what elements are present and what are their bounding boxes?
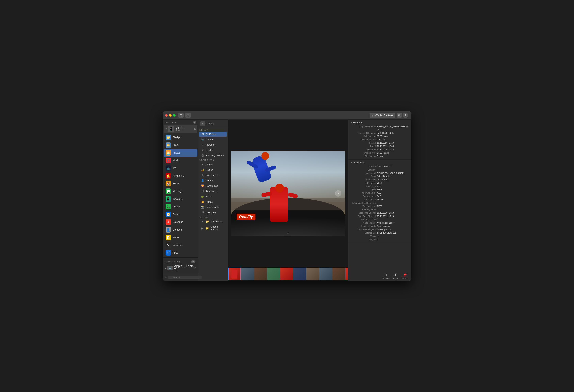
filmstrip-thumb-1[interactable]: [241, 268, 254, 280]
nav-item-shared-albums[interactable]: ▶ 📁 Shared Albums: [199, 224, 227, 232]
nav-item-camera[interactable]: 📷 Camera: [199, 137, 227, 142]
nav-item-hidden[interactable]: 👁 Hidden: [199, 148, 227, 153]
info-label: Created:: [351, 141, 376, 145]
disconnected-expand-icon: ▶: [165, 267, 167, 269]
messages-icon: 💬: [165, 189, 171, 194]
nav-item-my-albums[interactable]: ▶ 📁 My Albums: [199, 219, 227, 224]
info-row: Exposure Mode: Auto exposure: [351, 224, 409, 228]
device-name: G's Pro: [176, 127, 184, 129]
filmstrip-thumb-5[interactable]: [293, 268, 306, 280]
sidebar-item-fileapp[interactable]: 📁 FileApp: [164, 134, 197, 141]
layout-toggle-button[interactable]: ⊞: [397, 113, 402, 118]
hidden-label: Hidden: [206, 149, 213, 152]
nav-item-bursts[interactable]: 💥 Bursts: [199, 199, 227, 204]
help-button[interactable]: ?: [403, 113, 408, 118]
sidebar-item-ringtones[interactable]: 🔔 Ringtom...: [164, 172, 197, 180]
filmstrip-thumb-0[interactable]: [228, 268, 241, 280]
export-action[interactable]: ⬆ Export: [383, 273, 389, 280]
sidebar-item-messages[interactable]: 💬 Messag...: [164, 188, 197, 195]
disconnected-badge: 19: [191, 260, 195, 263]
current-device-item[interactable]: ▼ 📱 G's Pro iPhone... ⏏: [164, 125, 197, 133]
nav-item-animated[interactable]: 🎞 Animated: [199, 210, 227, 215]
info-label: Exposure time:: [351, 205, 376, 208]
timelapse-icon: ⏱: [201, 190, 204, 193]
refresh-button[interactable]: [178, 113, 184, 118]
info-label: Views:: [351, 235, 376, 238]
sidebar-item-apps[interactable]: 🛒 Apps: [164, 249, 197, 256]
device-eject-icon[interactable]: ⏏: [194, 128, 196, 130]
sidebar-bottom: DISCONNECT... 19 ▶ 💻 Apple... Apple T...…: [163, 257, 198, 274]
info-row: Device: Canon EOS 80D: [351, 165, 409, 168]
add-device-button[interactable]: +: [164, 275, 167, 279]
sidebar-item-notes[interactable]: 📝 Notes: [164, 234, 197, 241]
all-photos-label: All Photos: [206, 133, 216, 136]
filmstrip-thumb-9[interactable]: [346, 268, 348, 280]
search-input[interactable]: [168, 275, 202, 279]
filmstrip-thumb-4[interactable]: [280, 268, 293, 280]
sidebar-item-music[interactable]: 🎵 Music: [164, 157, 197, 164]
filmstrip-thumb-3[interactable]: [267, 268, 280, 280]
nav-item-recently-deleted[interactable]: 🗑 Recently Deleted: [199, 153, 227, 158]
minimize-button[interactable]: [169, 114, 172, 117]
photos-nav-header: ‹ Library: [198, 120, 228, 128]
info-value: 3: [377, 235, 378, 238]
photos-label: Photos: [173, 151, 180, 154]
delete-action[interactable]: 🗑 Delete: [402, 273, 408, 280]
sidebar-item-photos[interactable]: 🌅 Photos: [164, 149, 197, 157]
info-value: EF-S10-22mm f/3.5-4.5 USM: [377, 172, 404, 175]
device-icon: ⊙: [372, 114, 374, 117]
sidebar-item-voicememo[interactable]: 🎙 Voice M...: [164, 241, 197, 249]
nav-item-videos[interactable]: ▶ Videos: [199, 162, 227, 167]
sidebar-item-whatsapp[interactable]: 📱 WhatsA...: [164, 195, 197, 203]
nav-item-panoramas[interactable]: 🌄 Panoramas: [199, 183, 227, 188]
device-selector-button[interactable]: ⊙ G's Pro Backups: [369, 113, 395, 118]
shared-albums-label: Shared Albums: [210, 225, 225, 231]
videos-label: Videos: [206, 163, 213, 166]
files-label: Files: [173, 144, 178, 146]
general-section: ▼ General: Original file name: RealFly_P…: [348, 120, 411, 160]
info-label: Exported file name:: [351, 132, 376, 135]
sidebar-item-tv[interactable]: 📺 TV: [164, 164, 197, 172]
sidebar-item-files[interactable]: 📂 Files: [164, 141, 197, 149]
realfly-logo: RealFly: [237, 214, 255, 220]
info-row: DPI Width: 72.00: [351, 185, 409, 188]
view-toggle-button[interactable]: [185, 113, 191, 118]
info-label: File location:: [351, 155, 376, 158]
filmstrip-thumb-2[interactable]: [254, 268, 267, 280]
sidebar-item-phone[interactable]: 📞 Phone: [164, 203, 197, 210]
fullscreen-button[interactable]: [173, 114, 176, 117]
nav-item-favorites[interactable]: ♡ Favorites: [199, 142, 227, 147]
back-button[interactable]: ‹: [200, 121, 205, 126]
filmstrip-thumb-7[interactable]: [319, 268, 332, 280]
filmstrip-thumb-8[interactable]: [332, 268, 345, 280]
disconnected-label: DISCONNECT...: [165, 260, 182, 263]
info-label: Original type:: [351, 151, 376, 155]
disconnected-restore-icon[interactable]: ↩: [194, 267, 196, 269]
contacts-label: Contacts: [173, 228, 182, 231]
nav-item-all-photos[interactable]: ⊞ All Photos: [199, 132, 227, 137]
close-button[interactable]: [165, 114, 168, 117]
filmstrip-thumb-6[interactable]: [306, 268, 319, 280]
nav-item-portrait[interactable]: 👤 Portrait: [199, 178, 227, 183]
info-value: Shutter priority: [377, 228, 390, 231]
disconnected-device-item[interactable]: ▶ 💻 Apple... Apple T... ↩: [164, 263, 197, 273]
general-section-header: ▼ General:: [351, 121, 409, 124]
search-wrapper: 🔍: [168, 275, 202, 279]
sidebar-item-safari[interactable]: 🧭 Safari: [164, 211, 197, 218]
nav-item-timelapse[interactable]: ⏱ Time-lapse: [199, 189, 227, 194]
fileapp-icon: 📁: [165, 135, 171, 140]
import-action[interactable]: ⬇ Import: [393, 273, 398, 280]
nav-item-screenshots[interactable]: 📸 Screenshots: [199, 205, 227, 210]
sidebar-item-contacts[interactable]: 👤 Contacts: [164, 226, 197, 234]
info-row: Original type: JPEG image: [351, 135, 409, 138]
nav-item-live-photos[interactable]: ◎ Live Photos: [199, 173, 227, 178]
sidebar-item-calendar[interactable]: 4 Calendar: [164, 218, 197, 226]
nav-item-selfies[interactable]: 🤳 Selfies: [199, 167, 227, 172]
next-photo-button[interactable]: ›: [335, 190, 341, 196]
photo-filmstrip-toggle[interactable]: ⌄: [287, 231, 289, 234]
info-label: Color space:: [351, 231, 376, 235]
info-label: ISO:: [351, 188, 376, 192]
info-row: Original type: JPEG image: [351, 151, 409, 155]
sidebar-item-books[interactable]: 📚 Books: [164, 180, 197, 187]
nav-item-slomo[interactable]: 🐢 Slo-mo: [199, 194, 227, 199]
